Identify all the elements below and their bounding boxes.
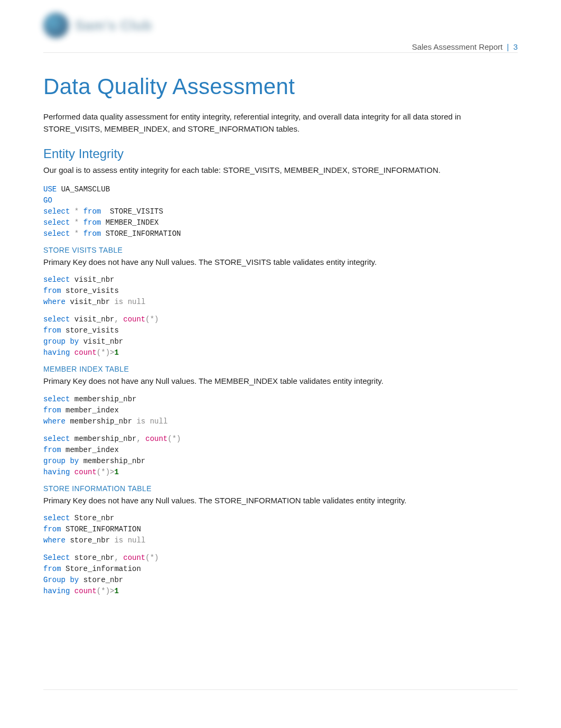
- kw-groupby: group by: [43, 457, 79, 465]
- entity-integrity-goal: Our goal is to assess entity integrity f…: [43, 164, 518, 177]
- document-page: Sam's Club Sales Assessment Report | 3 D…: [0, 0, 561, 728]
- rparen: ): [106, 348, 110, 357]
- col: Store_nbr: [74, 514, 115, 522]
- logo-globe-icon: [43, 13, 69, 38]
- kw-groupby: group by: [43, 337, 79, 346]
- kw-select: select: [43, 207, 70, 216]
- table-name: STORE_VISITS: [110, 207, 163, 216]
- kw-select: select: [43, 395, 70, 403]
- logo: Sam's Club: [43, 13, 152, 38]
- table-name: store_visits: [66, 287, 119, 295]
- kw-select: select: [43, 315, 70, 324]
- rparen: ): [154, 315, 158, 324]
- table-name: MEMBER_INDEX: [106, 218, 159, 227]
- rparen: ): [106, 587, 110, 595]
- kw-having: having: [43, 587, 70, 595]
- kw-where: where: [43, 298, 66, 306]
- kw-null: null: [150, 417, 168, 426]
- literal-one: 1: [114, 468, 118, 476]
- kw-select: select: [43, 218, 70, 227]
- lparen: (: [145, 315, 149, 324]
- kw-is: is: [114, 536, 123, 545]
- col: store_nbr: [74, 554, 115, 562]
- kw-select: select: [43, 229, 70, 238]
- rparen: ): [106, 468, 110, 476]
- col: membership_nbr: [74, 395, 137, 403]
- kw-where: where: [43, 417, 66, 426]
- page-header: Sam's Club Sales Assessment Report | 3: [43, 16, 518, 53]
- store-visits-desc: Primary Key does not have any Null value…: [43, 256, 518, 269]
- table-name: store_visits: [66, 326, 119, 335]
- subheading-store-information: STORE INFORMATION TABLE: [43, 484, 518, 493]
- kw-from: from: [83, 207, 101, 216]
- col: store_nbr: [70, 536, 110, 545]
- star: *: [101, 587, 105, 595]
- header-separator: |: [505, 42, 511, 51]
- table-name: STORE_INFORMATION: [106, 229, 181, 238]
- col: visit_nbr: [83, 337, 124, 346]
- rparen: ): [154, 554, 158, 562]
- comma: ,: [136, 435, 141, 443]
- code-block-member-index-null: select membership_nbr from member_index …: [43, 394, 518, 427]
- code-block-store-visits-count: select visit_nbr, count(*) from store_vi…: [43, 314, 518, 358]
- star: *: [150, 554, 154, 562]
- kw-null: null: [128, 536, 146, 545]
- logo-text: Sam's Club: [75, 17, 152, 34]
- col: visit_nbr: [74, 275, 115, 284]
- col: membership_nbr: [70, 417, 132, 426]
- star: *: [74, 218, 79, 227]
- intro-paragraph: Performed data quality assessment for en…: [43, 111, 518, 135]
- subheading-store-visits: STORE VISITS TABLE: [43, 246, 518, 254]
- kw-from: from: [43, 446, 61, 454]
- code-block-store-visits-null: select visit_nbr from store_visits where…: [43, 274, 518, 308]
- code-block-use: USE UA_SAMSCLUB GO select * from STORE_V…: [43, 184, 518, 239]
- star: *: [101, 348, 105, 357]
- section-heading-entity-integrity: Entity Integrity: [43, 146, 518, 161]
- star: *: [74, 207, 79, 216]
- db-name: UA_SAMSCLUB: [61, 185, 110, 193]
- kw-having: having: [43, 348, 70, 357]
- lparen: (: [97, 348, 101, 357]
- lparen: (: [97, 587, 101, 595]
- literal-one: 1: [114, 348, 118, 357]
- kw-null: null: [128, 298, 146, 306]
- kw-is: is: [136, 417, 145, 426]
- table-name: STORE_INFORMATION: [66, 525, 141, 533]
- kw-from: from: [43, 565, 61, 573]
- fn-count: count: [123, 554, 145, 562]
- lparen: (: [167, 435, 172, 443]
- kw-from: from: [43, 287, 61, 295]
- col: membership_nbr: [74, 435, 137, 443]
- footer-rule: [43, 689, 518, 690]
- star: *: [172, 435, 176, 443]
- star: *: [150, 315, 154, 324]
- kw-is: is: [114, 298, 123, 306]
- code-block-member-index-count: select membership_nbr, count(*) from mem…: [43, 434, 518, 478]
- page-title: Data Quality Assessment: [43, 74, 518, 99]
- subheading-member-index: MEMBER INDEX TABLE: [43, 365, 518, 373]
- col: store_nbr: [83, 576, 124, 584]
- fn-count: count: [145, 435, 167, 443]
- kw-select: select: [43, 275, 70, 284]
- kw-select: Select: [43, 554, 70, 562]
- kw-from: from: [43, 326, 61, 335]
- rparen: ): [176, 435, 181, 443]
- table-name: member_index: [66, 406, 119, 414]
- lparen: (: [145, 554, 149, 562]
- fn-count: count: [74, 348, 97, 357]
- kw-from: from: [43, 406, 61, 414]
- comma: ,: [114, 554, 118, 562]
- kw-having: having: [43, 468, 70, 476]
- kw-select: select: [43, 514, 70, 522]
- fn-count: count: [123, 315, 145, 324]
- kw-groupby: Group by: [43, 576, 79, 584]
- fn-count: count: [74, 468, 97, 476]
- kw-from: from: [43, 525, 61, 533]
- fn-count: count: [74, 587, 97, 595]
- table-name: member_index: [66, 446, 119, 454]
- kw-go: GO: [43, 196, 52, 205]
- member-index-desc: Primary Key does not have any Null value…: [43, 375, 518, 388]
- store-information-desc: Primary Key does not have any Null value…: [43, 495, 518, 507]
- kw-from: from: [83, 229, 101, 238]
- code-block-store-info-count: Select store_nbr, count(*) from Store_in…: [43, 552, 518, 597]
